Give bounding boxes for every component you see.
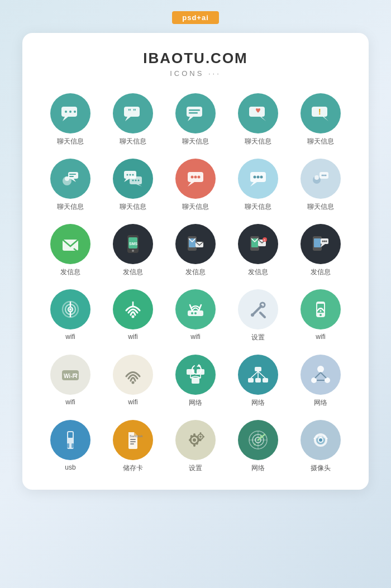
list-item: 6 发信息 <box>227 224 289 277</box>
chat2-icon: " " <box>113 93 153 133</box>
svg-rect-135 <box>200 439 202 442</box>
chat10-icon <box>301 159 341 199</box>
svg-point-33 <box>138 180 140 181</box>
list-item: wifi <box>102 289 164 342</box>
svg-rect-127 <box>193 444 196 447</box>
chat3-icon <box>175 93 216 133</box>
svg-marker-14 <box>260 117 266 121</box>
svg-point-143 <box>260 436 263 438</box>
svg-rect-121 <box>130 441 136 442</box>
svg-point-69 <box>324 241 326 242</box>
svg-point-32 <box>135 180 137 181</box>
list-item: SMS 发信息 <box>102 224 164 277</box>
svg-marker-30 <box>136 184 142 187</box>
svg-rect-5 <box>124 107 140 117</box>
svg-marker-10 <box>188 117 193 121</box>
chat6-icon <box>50 159 90 199</box>
svg-point-70 <box>326 241 327 242</box>
svg-rect-12 <box>189 112 198 114</box>
radar1-icon <box>238 420 278 460</box>
svg-point-87 <box>251 313 254 317</box>
svg-point-150 <box>316 435 319 438</box>
svg-rect-120 <box>130 439 136 440</box>
msg3-icon <box>175 224 216 264</box>
svg-line-109 <box>258 371 265 378</box>
list-item: 聊天信息 <box>227 159 289 212</box>
card-subtitle: ICONS ··· <box>39 69 352 78</box>
list-item: 网络 <box>289 355 352 408</box>
list-item: 发信息 <box>289 224 352 277</box>
svg-line-113 <box>315 372 321 378</box>
svg-point-42 <box>257 176 260 179</box>
svg-point-45 <box>314 175 319 180</box>
svg-marker-40 <box>250 182 257 187</box>
svg-marker-1 <box>63 117 68 121</box>
svg-point-133 <box>199 436 202 438</box>
svg-point-149 <box>319 435 322 438</box>
list-item: 聊天信息 <box>39 159 102 212</box>
svg-point-112 <box>325 377 330 383</box>
card-title: IBAOTU.COM <box>39 50 352 67</box>
svg-point-27 <box>130 174 131 176</box>
svg-point-41 <box>254 176 256 179</box>
svg-point-31 <box>132 180 134 181</box>
svg-text:SanDisk: SanDisk <box>130 434 143 438</box>
svg-rect-119 <box>71 443 74 448</box>
top-badge: psd+ai <box>172 11 219 24</box>
setup1-icon <box>175 420 216 460</box>
list-item: wifi <box>164 289 227 342</box>
svg-point-91 <box>320 314 322 316</box>
usb1-icon <box>50 420 90 460</box>
svg-rect-136 <box>197 436 199 438</box>
svg-point-26 <box>127 174 128 176</box>
list-item: usb <box>39 420 102 473</box>
svg-point-82 <box>191 312 193 314</box>
svg-point-151 <box>322 435 326 438</box>
svg-rect-9 <box>187 107 202 117</box>
svg-point-94 <box>132 381 135 384</box>
list-item: 设置 <box>164 420 227 473</box>
net3-icon <box>301 355 341 395</box>
svg-text:": " <box>133 108 136 116</box>
list-item: 发信息 <box>164 224 227 277</box>
chat5-icon: ! <box>301 93 341 133</box>
list-item: wifi <box>102 355 164 408</box>
svg-rect-137 <box>203 436 205 438</box>
svg-rect-97 <box>192 378 199 384</box>
chat4-icon <box>238 93 278 133</box>
svg-rect-118 <box>67 443 69 448</box>
list-item: SanDisk 储存卡 <box>102 420 164 473</box>
list-item: 网络 <box>164 355 227 408</box>
list-item: wifi <box>289 289 352 342</box>
chat9-icon <box>238 159 278 199</box>
msg4-icon: 6 <box>238 224 278 264</box>
svg-point-68 <box>322 241 324 242</box>
list-item: 聊天信息 <box>102 159 164 212</box>
svg-marker-16 <box>323 117 328 121</box>
svg-text:!: ! <box>318 107 321 116</box>
svg-point-125 <box>193 438 196 442</box>
svg-rect-128 <box>189 439 192 441</box>
svg-rect-126 <box>193 433 196 436</box>
chat1-icon <box>50 93 90 133</box>
svg-rect-104 <box>248 378 254 383</box>
list-item: wifi <box>39 289 102 342</box>
settings1-icon <box>238 289 278 329</box>
svg-line-153 <box>326 438 327 439</box>
svg-line-86 <box>260 313 265 317</box>
svg-rect-122 <box>130 443 134 444</box>
list-item: 设置 <box>227 289 289 342</box>
svg-point-55 <box>132 250 134 252</box>
svg-point-43 <box>260 176 263 179</box>
svg-line-107 <box>251 371 258 378</box>
svg-text:": " <box>128 108 131 116</box>
svg-point-37 <box>194 176 197 179</box>
svg-rect-105 <box>255 378 261 383</box>
svg-point-111 <box>311 377 317 383</box>
svg-point-76 <box>69 308 71 310</box>
svg-point-48 <box>323 175 325 176</box>
svg-point-83 <box>194 312 197 314</box>
list-item: 网络 <box>227 420 289 473</box>
wifi6-icon <box>113 355 153 395</box>
svg-rect-23 <box>69 176 74 177</box>
